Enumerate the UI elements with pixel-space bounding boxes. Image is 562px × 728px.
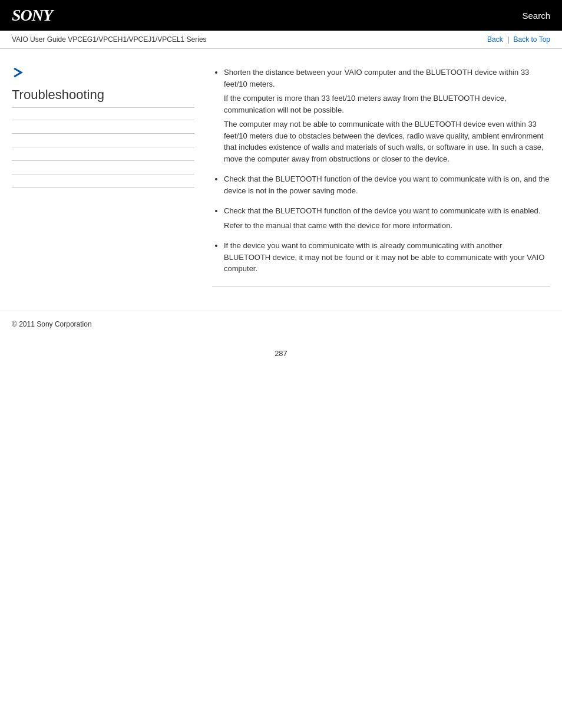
sidebar-line-3 [12,147,194,147]
chevron-icon [12,67,24,78]
bullet1-p2: The computer may not be able to communic… [224,118,550,164]
sidebar: Troubleshooting [12,61,194,299]
sidebar-line-2 [12,133,194,134]
footer: © 2011 Sony Corporation [0,311,562,337]
content-divider [212,286,550,287]
sidebar-line-1 [12,120,194,120]
bullet1-p1: If the computer is more than 33 feet/10 … [224,93,550,116]
copyright-text: © 2011 Sony Corporation [12,320,92,328]
bullet3-main: Check that the BLUETOOTH function of the… [224,206,540,215]
breadcrumb-bar: VAIO User Guide VPCEG1/VPCEH1/VPCEJ1/VPC… [0,31,562,49]
list-item-2: Check that the BLUETOOTH function of the… [224,173,550,196]
sony-logo: SONY [12,6,52,25]
list-item-3: Check that the BLUETOOTH function of the… [224,205,550,231]
back-link[interactable]: Back [487,35,503,44]
content-area: Shorten the distance between your VAIO c… [212,61,550,299]
main-container: Troubleshooting Shorten the distance bet… [0,49,562,311]
bullet3-p1: Refer to the manual that came with the d… [224,220,550,232]
guide-title: VAIO User Guide VPCEG1/VPCEH1/VPCEJ1/VPC… [12,35,207,44]
list-item-4: If the device you want to communicate wi… [224,240,550,275]
list-item-1: Shorten the distance between your VAIO c… [224,67,550,164]
nav-separator: | [507,35,509,44]
sidebar-line-5 [12,174,194,174]
back-to-top-link[interactable]: Back to Top [514,35,550,44]
nav-links: Back | Back to Top [487,35,550,44]
page-header: SONY Search [0,0,562,31]
bullet1-main: Shorten the distance between your VAIO c… [224,68,529,88]
sidebar-line-4 [12,160,194,161]
sidebar-line-6 [12,187,194,188]
bullet2-text: Check that the BLUETOOTH function of the… [224,174,550,195]
search-button[interactable]: Search [522,11,550,21]
bullet4-text: If the device you want to communicate wi… [224,241,544,273]
content-list: Shorten the distance between your VAIO c… [212,67,550,275]
section-title: Troubleshooting [12,87,194,108]
page-number: 287 [0,337,562,370]
